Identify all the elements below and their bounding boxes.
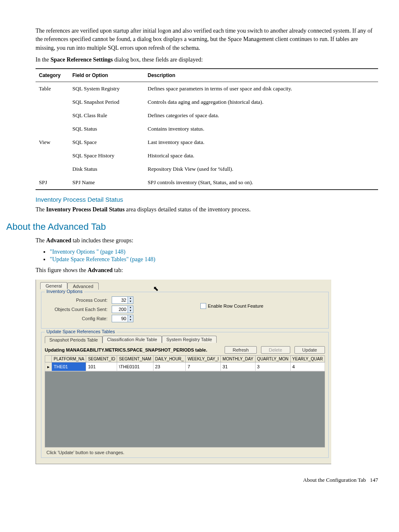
table-row[interactable]: ▸ THE01 101 \THE0101 23 7 31 3 4 (45, 362, 325, 371)
cell-segment-name[interactable]: \THE0101 (117, 362, 153, 371)
link-inventory-options[interactable]: "Inventory Options " (page 148) (50, 249, 125, 255)
col-daily-hour[interactable]: DAILY_HOUR_ (153, 356, 186, 362)
cell-field: SPJ Name (69, 176, 144, 190)
cell-yearly-quar[interactable]: 4 (290, 362, 325, 371)
down-arrow-icon[interactable]: ▼ (128, 300, 133, 303)
col-weekly-day[interactable]: WEEKLY_DAY_I (186, 356, 221, 362)
paragraph-references: The references are verified upon startup… (36, 27, 378, 52)
table-row: SQL StatusContains inventory status. (36, 122, 378, 136)
cell-field: SQL Space History (69, 149, 144, 162)
spinner-config-rate[interactable]: 90 ▲▼ (112, 315, 133, 322)
table-row: SQL Snapshot PeriodControls data aging a… (36, 95, 378, 109)
col-segment-name[interactable]: SEGMENT_NAM (117, 356, 153, 362)
cell-description: SPJ controls inventory (Start, Status, a… (144, 176, 378, 190)
cell-description: Last inventory space data. (144, 136, 378, 149)
subtab-classification-rule[interactable]: Classification Rule Table (102, 336, 162, 343)
up-arrow-icon[interactable]: ▲ (128, 297, 133, 300)
tab-general[interactable]: General (40, 282, 67, 289)
text: The (36, 237, 46, 244)
label-objects-count: Objects Count Each Sent: (45, 307, 109, 312)
label-enable-row-count: Enable Row Count Feature (208, 303, 263, 308)
delete-button[interactable]: Delete (261, 346, 290, 354)
update-button[interactable]: Update (294, 346, 325, 354)
spinner-process-count[interactable]: 32 ▲▼ (112, 296, 133, 304)
text-bold: Advanced (46, 237, 71, 244)
table-row: SPJSPJ NameSPJ controls inventory (Start… (36, 176, 378, 190)
data-grid[interactable]: PLATFORM_NA SEGMENT_ID SEGMENT_NAM DAILY… (45, 355, 325, 371)
subtab-system-registry[interactable]: System Registry Table (162, 336, 217, 343)
page-footer: About the Configuration Tab 147 (36, 477, 378, 483)
subtab-snapshot-periods[interactable]: Snapshot Periods Table (45, 336, 102, 343)
status-updating: Updating MANAGEABILITY.METRICS.SPACE_SNA… (45, 347, 207, 352)
cell-segment-id[interactable]: 101 (86, 362, 117, 371)
cell-field: SQL System Registry (69, 82, 144, 96)
cell-description: Historical space data. (144, 149, 378, 162)
table-row: Disk StatusRepository Disk View (used fo… (36, 162, 378, 176)
cell-category (36, 149, 69, 162)
paragraph-ipds: The Inventory Process Detail Status area… (36, 206, 378, 214)
paragraph-advanced-lead: The Advanced tab includes these groups: (36, 236, 378, 245)
down-arrow-icon[interactable]: ▼ (128, 309, 133, 313)
down-arrow-icon[interactable]: ▼ (128, 319, 133, 322)
cell-category (36, 122, 69, 136)
footer-text: About the Configuration Tab (303, 477, 366, 483)
paragraph-figure-intro: This figure shows the Advanced tab: (36, 266, 378, 275)
figure-advanced-tab: ⬉ General Advanced Inventory Options Pro… (36, 280, 331, 464)
table-row: SQL Space HistoryHistorical space data. (36, 149, 378, 162)
col-yearly-quar[interactable]: YEARLY_QUAR (290, 356, 325, 362)
group-inventory-options: Inventory Options Process Count: 32 ▲▼ O… (41, 292, 329, 329)
link-update-space-ref[interactable]: "Update Space Reference Tables" (page 14… (50, 256, 155, 262)
cell-daily-hour[interactable]: 23 (153, 362, 186, 371)
spinner-objects-count[interactable]: 200 ▲▼ (112, 306, 133, 313)
text: This figure shows the (36, 267, 87, 273)
text-bold: Space Reference Settings (51, 57, 113, 63)
cell-field: Disk Status (69, 162, 144, 176)
cell-quarterly-mon[interactable]: 3 (255, 362, 290, 371)
col-platform[interactable]: PLATFORM_NA (52, 356, 86, 362)
grid-empty-area (45, 371, 325, 447)
text: area displays detailed status of the inv… (125, 206, 251, 213)
col-monthly-day[interactable]: MONTHLY_DAY (221, 356, 256, 362)
text-bold: Advanced (87, 267, 113, 273)
text-bold: Inventory Process Detail Status (46, 206, 125, 213)
cell-description: Defines space parameters in terms of use… (144, 82, 378, 96)
legend-inventory-options: Inventory Options (45, 289, 84, 294)
text: In the (36, 57, 51, 63)
col-category: Category (36, 69, 69, 82)
page-number: 147 (370, 477, 379, 483)
bullets-groups: "Inventory Options " (page 148) "Update … (36, 249, 378, 263)
cell-category: SPJ (36, 176, 69, 190)
text: dialog box, these fields are displayed: (113, 57, 203, 63)
cell-platform[interactable]: THE01 (52, 362, 86, 371)
text: tab includes these groups: (71, 237, 133, 244)
heading-about-advanced: About the Advanced Tab (6, 221, 378, 232)
cell-category: Table (36, 82, 69, 96)
cell-category (36, 109, 69, 122)
col-segment-id[interactable]: SEGMENT_ID (86, 356, 117, 362)
text: The (36, 206, 46, 213)
cell-monthly-day[interactable]: 31 (221, 362, 256, 371)
cell-field: SQL Space (69, 136, 144, 149)
col-field: Field or Option (69, 69, 144, 82)
label-process-count: Process Count: (45, 298, 109, 303)
up-arrow-icon[interactable]: ▲ (128, 306, 133, 309)
fields-table: Category Field or Option Description Tab… (36, 68, 378, 190)
label-config-rate: Config Rate: (45, 316, 109, 321)
table-row: SQL Class RuleDefines categories of spac… (36, 109, 378, 122)
cell-category (36, 162, 69, 176)
cell-field: SQL Status (69, 122, 144, 136)
checkbox-enable-row-count[interactable]: Enable Row Count Feature (200, 303, 263, 309)
checkbox-icon[interactable] (200, 303, 206, 309)
cell-field: SQL Snapshot Period (69, 95, 144, 109)
cell-weekly-day[interactable]: 7 (186, 362, 221, 371)
up-arrow-icon[interactable]: ▲ (128, 315, 133, 319)
col-marker (45, 356, 52, 362)
cell-category: View (36, 136, 69, 149)
cell-category (36, 95, 69, 109)
cell-description: Repository Disk View (used for %full). (144, 162, 378, 176)
refresh-button[interactable]: Refresh (225, 346, 257, 354)
col-quarterly-mon[interactable]: QUARTLY_MON (255, 356, 290, 362)
col-description: Description (144, 69, 378, 82)
value-config-rate: 90 (112, 315, 128, 322)
cell-field: SQL Class Rule (69, 109, 144, 122)
